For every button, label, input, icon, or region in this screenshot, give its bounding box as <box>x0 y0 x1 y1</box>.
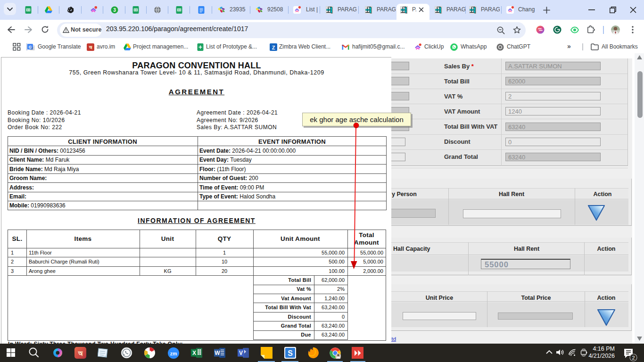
svg-text:3: 3 <box>113 8 116 13</box>
svg-text:V: V <box>239 350 243 356</box>
svg-text:zm: zm <box>170 351 177 356</box>
svg-text:অ: অ <box>89 45 92 50</box>
svg-text:অ: অ <box>78 350 83 357</box>
svg-text:W: W <box>215 350 220 356</box>
svg-text:S: S <box>288 349 293 357</box>
svg-text:Z: Z <box>272 45 275 50</box>
svg-text:文: 文 <box>31 47 34 50</box>
svg-text:2: 2 <box>632 355 635 361</box>
svg-text:X: X <box>192 350 196 356</box>
